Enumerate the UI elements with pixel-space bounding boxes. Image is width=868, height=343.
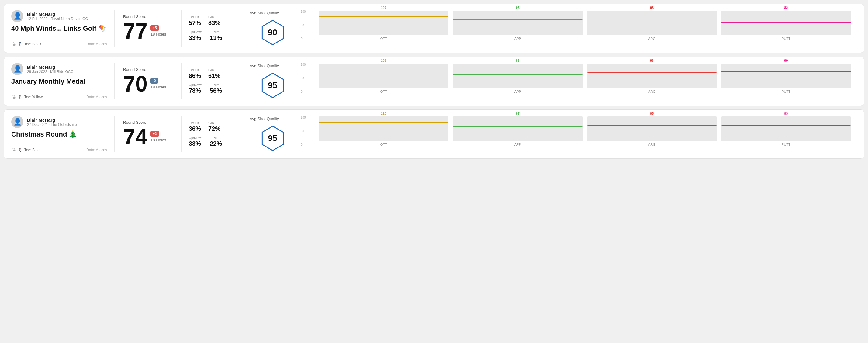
bar-line [453,20,582,20]
chart-wrapper: 100 50 0 107 OTT 95 APP [309,10,851,46]
chart-axis-line [319,93,851,93]
stat-updown: Up/Down 78% [189,83,203,94]
user-meta: 27 Dec 2021 · The Oxfordshire [27,123,77,127]
score-main: 70 -2 18 Holes [123,73,173,95]
user-info: Blair McHarg 12 Feb 2022 · Royal North D… [27,11,88,21]
bar-fill [721,23,851,35]
avatar: 👤 [11,10,23,22]
round-card: 👤 Blair McHarg 29 Jan 2022 · Mill Ride G… [4,57,864,106]
bar-value-label: 98 [650,6,654,9]
user-icon: 👤 [13,65,22,73]
bar-background [721,117,851,141]
score-badge-area: +5 18 Holes [151,25,166,36]
bar-line [453,126,582,127]
quality-score: 90 [268,28,277,37]
holes-label: 18 Holes [151,138,166,142]
bar-fill [319,123,448,141]
card-score: Round Score 74 +2 18 Holes [115,116,182,152]
bar-value-label: 110 [381,112,386,115]
user-row: 👤 Blair McHarg 27 Dec 2021 · The Oxfords… [11,116,107,128]
stat-gir: GIR 83% [208,15,220,27]
stat-gir: GIR 61% [208,68,220,80]
bag-icon: 🏌 [17,95,23,99]
card-quality: Avg Shot Quality 90 [242,10,303,46]
score-number: 74 [123,126,148,148]
avatar: 👤 [11,116,23,128]
weather-icon: 🌤 [11,148,16,152]
stat-updown-label: Up/Down [189,83,203,87]
bar-value-label: 95 [650,112,654,115]
bar-line [587,72,717,73]
quality-label: Avg Shot Quality [250,64,279,68]
bag-icon: 🏌 [17,42,23,46]
y-label-100: 100 [301,10,306,13]
stat-gir-value: 61% [208,72,220,80]
y-label-0: 0 [301,90,306,93]
score-main: 74 +2 18 Holes [123,126,173,148]
chart-column: 95 ARG [587,112,717,146]
bar-background [319,11,448,35]
bag-icon: 🏌 [17,148,23,152]
stats-row-top: FW Hit 36% GIR 72% [189,121,235,132]
stat-gir-label: GIR [208,121,220,125]
card-left: 👤 Blair McHarg 12 Feb 2022 · Royal North… [11,10,115,46]
chart-column: 95 APP [453,6,582,40]
chart-column: 110 OTT [319,112,448,146]
card-footer: 🌤 🏌 Tee: Yellow Data: Arccos [11,95,107,99]
bar-line [319,70,448,71]
weather-icon: 🌤 [11,42,16,46]
bar-line [587,125,717,126]
stat-oneputt-value: 22% [210,140,222,147]
card-score: Round Score 70 -2 18 Holes [115,63,182,99]
bar-value-label: 87 [516,112,520,115]
chart-column: 86 APP [453,59,582,93]
quality-score: 95 [268,81,277,90]
y-label-0: 0 [301,37,306,40]
chart-area: 110 OTT 87 APP 95 [319,116,851,152]
bar-background [453,64,582,88]
bar-fill [721,72,851,88]
stat-gir-value: 72% [208,125,220,132]
stat-updown-label: Up/Down [189,136,203,139]
user-row: 👤 Blair McHarg 29 Jan 2022 · Mill Ride G… [11,63,107,75]
bar-line [319,17,448,17]
bar-line [319,122,448,123]
chart-column: 98 ARG [587,6,717,40]
chart-column: 93 PUTT [721,112,851,146]
stat-oneputt: 1 Putt 56% [210,83,222,94]
chart-axis-line [319,40,851,40]
user-icon: 👤 [13,118,22,126]
chart-column: 107 OTT [319,6,448,40]
round-title: January Monthly Medal [11,77,107,86]
stat-updown-value: 33% [189,34,203,41]
stat-fw-hit-label: FW Hit [189,121,201,125]
card-chart: 100 50 0 101 OTT 86 APP [303,63,857,99]
user-name: Blair McHarg [27,11,88,17]
stats-row-bottom: Up/Down 33% 1 Putt 11% [189,30,235,41]
stat-fw-hit: FW Hit 57% [189,15,201,27]
stat-gir: GIR 72% [208,121,220,132]
score-label: Round Score [123,120,173,125]
chart-wrapper: 100 50 0 110 OTT 87 APP [309,116,851,152]
round-title: Christmas Round 🎄 [11,130,107,138]
bar-fill [319,71,448,88]
card-chart: 100 50 0 110 OTT 87 APP [303,116,857,152]
stat-fw-hit-value: 57% [189,20,201,27]
avatar: 👤 [11,63,23,75]
user-name: Blair McHarg [27,64,73,70]
chart-y-labels: 100 50 0 [301,116,306,146]
holes-label: 18 Holes [151,85,166,89]
card-stats: FW Hit 86% GIR 61% Up/Down 78% 1 Putt [182,63,242,99]
stat-updown: Up/Down 33% [189,136,203,147]
quality-label: Avg Shot Quality [250,117,279,121]
bar-background [587,64,717,88]
y-label-50: 50 [301,24,306,27]
weather-icon: 🌤 [11,95,16,99]
stats-row-bottom: Up/Down 33% 1 Putt 22% [189,136,235,147]
score-main: 77 +5 18 Holes [123,20,173,42]
card-left: 👤 Blair McHarg 29 Jan 2022 · Mill Ride G… [11,63,115,99]
y-label-0: 0 [301,143,306,146]
bar-value-label: 86 [516,59,520,62]
bar-background [319,64,448,88]
card-score: Round Score 77 +5 18 Holes [115,10,182,46]
